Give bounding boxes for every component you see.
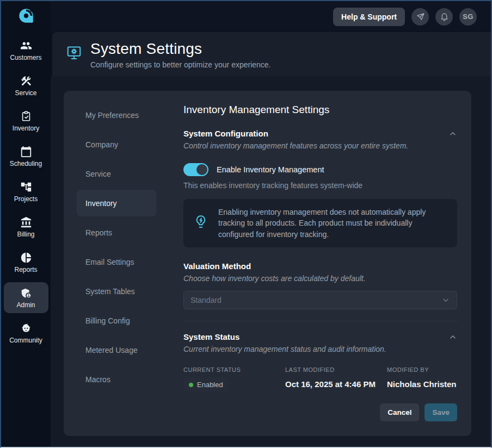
- toggle-description: This enables inventory tracking features…: [183, 181, 457, 190]
- last-modified-column: LAST MODIFIED Oct 16, 2025 at 4:46 PM: [285, 366, 387, 391]
- settings-nav-inventory[interactable]: Inventory: [77, 190, 156, 216]
- section-divider: [183, 321, 457, 321]
- sidebar-item-inventory[interactable]: Inventory: [4, 105, 48, 136]
- collapse-section-button[interactable]: [448, 333, 457, 341]
- bell-icon: [440, 12, 449, 21]
- info-note-text: Enabling inventory management does not a…: [218, 207, 447, 240]
- system-configuration-header: System Configuration: [183, 129, 457, 138]
- sidebar-item-community[interactable]: Community: [4, 318, 48, 349]
- content-area: My Preferences Company Service Inventory…: [51, 76, 491, 448]
- toggle-label: Enable Inventory Management: [217, 165, 324, 174]
- send-icon: [416, 12, 425, 21]
- status-grid: CURRENT STATUS Enabled LAST MODIFIED Oct…: [183, 366, 457, 391]
- sidebar-item-scheduling[interactable]: Scheduling: [4, 141, 48, 172]
- panel-title: Inventory Management Settings: [183, 104, 457, 116]
- settings-nav-email-settings[interactable]: Email Settings: [77, 248, 156, 275]
- settings-panel: Inventory Management Settings System Con…: [170, 102, 457, 425]
- sidebar-item-reports[interactable]: Reports: [4, 247, 48, 278]
- settings-nav-my-preferences[interactable]: My Preferences: [77, 102, 156, 128]
- notifications-button[interactable]: [435, 8, 453, 26]
- page-header: System Settings Configure settings to be…: [52, 32, 491, 76]
- sidebar-item-label: Service: [15, 89, 36, 97]
- sidebar-item-service[interactable]: Service: [4, 70, 48, 101]
- select-value: Standard: [190, 296, 222, 304]
- enable-inventory-toggle[interactable]: [183, 163, 208, 176]
- settings-nav-company[interactable]: Company: [77, 131, 156, 158]
- reports-icon: [20, 252, 32, 264]
- sidebar-item-label: Billing: [17, 231, 34, 238]
- page-subtitle: Configure settings to better optimize yo…: [90, 60, 271, 69]
- app-logo-icon[interactable]: [17, 7, 35, 27]
- form-footer: Cancel Save: [183, 403, 457, 421]
- system-status-header: System Status: [183, 332, 457, 341]
- page-header-text: System Settings Configure settings to be…: [90, 40, 271, 76]
- customers-icon: [20, 40, 32, 52]
- sidebar-item-label: Customers: [10, 54, 41, 61]
- sidebar-item-label: Admin: [16, 301, 35, 309]
- settings-nav: My Preferences Company Service Inventory…: [77, 102, 170, 425]
- cancel-button[interactable]: Cancel: [380, 403, 419, 421]
- chevron-down-icon: [441, 296, 450, 304]
- system-status-section: System Status Current inventory manageme…: [183, 332, 457, 391]
- projects-icon: [20, 181, 32, 193]
- valuation-method-description: Choose how inventory costs are calculate…: [183, 274, 457, 283]
- billing-icon: [20, 216, 32, 228]
- status-badge: Enabled: [183, 378, 229, 391]
- settings-nav-billing-config[interactable]: Billing Config: [77, 307, 156, 334]
- sidebar-item-label: Reports: [14, 266, 37, 273]
- system-settings-icon: [66, 45, 82, 76]
- user-avatar[interactable]: SG: [459, 8, 477, 26]
- admin-icon: [20, 287, 32, 299]
- current-status-column: CURRENT STATUS Enabled: [183, 366, 285, 391]
- sidebar-item-billing[interactable]: Billing: [4, 211, 48, 242]
- enable-inventory-row: Enable Inventory Management: [183, 163, 457, 176]
- valuation-method-select[interactable]: Standard: [183, 291, 457, 309]
- modified-by-label: MODIFIED BY: [387, 366, 457, 373]
- settings-nav-reports[interactable]: Reports: [77, 219, 156, 246]
- page-title: System Settings: [90, 40, 271, 58]
- topbar: Help & Support SG: [51, 1, 491, 32]
- last-modified-label: LAST MODIFIED: [285, 366, 387, 373]
- settings-nav-system-tables[interactable]: System Tables: [77, 278, 156, 304]
- settings-card: My Preferences Company Service Inventory…: [64, 91, 471, 436]
- section-description: Control inventory management features ac…: [183, 141, 457, 150]
- main-area: Help & Support SG System Settings Config…: [51, 1, 491, 447]
- last-modified-value: Oct 16, 2025 at 4:46 PM: [285, 379, 387, 389]
- community-icon: [20, 322, 32, 334]
- modified-by-value: Nicholas Christen: [387, 379, 457, 389]
- collapse-section-button[interactable]: [448, 129, 457, 138]
- status-badge-text: Enabled: [197, 381, 223, 389]
- sidebar-item-label: Scheduling: [10, 160, 42, 167]
- current-status-label: CURRENT STATUS: [183, 366, 285, 373]
- sidebar-item-label: Projects: [14, 195, 38, 203]
- section-description: Current inventory management status and …: [183, 345, 457, 353]
- app-sidebar: Customers Service Inventory Scheduling P…: [1, 1, 51, 447]
- chevron-up-icon: [448, 333, 457, 341]
- section-title: System Configuration: [183, 129, 268, 138]
- help-support-button[interactable]: Help & Support: [333, 8, 405, 26]
- sidebar-item-label: Community: [9, 337, 42, 344]
- lightbulb-icon: [193, 214, 208, 232]
- save-button[interactable]: Save: [425, 403, 457, 421]
- settings-nav-metered-usage[interactable]: Metered Usage: [77, 337, 156, 363]
- status-dot-icon: [189, 383, 193, 387]
- scheduling-icon: [20, 146, 32, 158]
- info-note: Enabling inventory management does not a…: [183, 199, 457, 247]
- section-title: System Status: [183, 332, 239, 341]
- send-feedback-button[interactable]: [411, 8, 429, 26]
- service-icon: [20, 75, 32, 87]
- valuation-method-title: Valuation Method: [183, 262, 457, 271]
- settings-nav-macros[interactable]: Macros: [77, 366, 156, 393]
- sidebar-item-admin[interactable]: Admin: [4, 282, 48, 313]
- sidebar-item-label: Inventory: [13, 125, 39, 132]
- modified-by-column: MODIFIED BY Nicholas Christen: [387, 366, 457, 391]
- sidebar-item-projects[interactable]: Projects: [4, 176, 48, 207]
- toggle-knob: [196, 164, 207, 175]
- chevron-up-icon: [448, 129, 457, 138]
- inventory-icon: [20, 110, 32, 122]
- settings-nav-service[interactable]: Service: [77, 160, 156, 187]
- sidebar-item-customers[interactable]: Customers: [4, 35, 48, 66]
